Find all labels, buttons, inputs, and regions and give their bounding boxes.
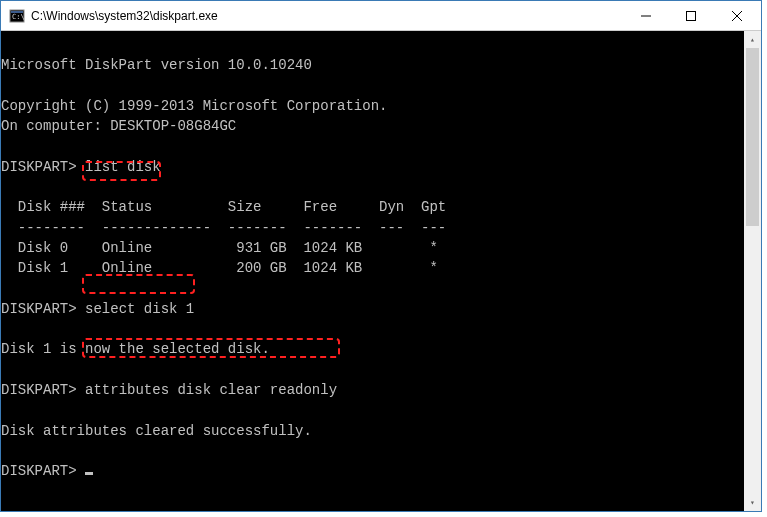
- table-divider: -------- ------------- ------- ------- -…: [1, 220, 446, 236]
- vertical-scrollbar[interactable]: ▴ ▾: [744, 31, 761, 511]
- app-window: C:\ C:\Windows\system32\diskpart.exe Mic…: [0, 0, 762, 512]
- table-header: Disk ### Status Size Free Dyn Gpt: [1, 199, 446, 215]
- command-list-disk: list disk: [85, 159, 161, 175]
- svg-text:C:\: C:\: [12, 13, 25, 21]
- copyright-line: Copyright (C) 1999-2013 Microsoft Corpor…: [1, 98, 387, 114]
- window-controls: [623, 1, 761, 30]
- terminal-output[interactable]: Microsoft DiskPart version 10.0.10240 Co…: [1, 31, 744, 511]
- prompt: DISKPART>: [1, 301, 77, 317]
- clear-result: Disk attributes cleared successfully.: [1, 423, 312, 439]
- table-row: Disk 1 Online 200 GB 1024 KB *: [1, 260, 438, 276]
- table-row: Disk 0 Online 931 GB 1024 KB *: [1, 240, 438, 256]
- prompt: DISKPART>: [1, 159, 77, 175]
- prompt: DISKPART>: [1, 382, 77, 398]
- close-button[interactable]: [713, 1, 761, 30]
- scroll-track[interactable]: [744, 48, 761, 494]
- scroll-thumb[interactable]: [746, 48, 759, 226]
- titlebar[interactable]: C:\ C:\Windows\system32\diskpart.exe: [1, 1, 761, 31]
- maximize-button[interactable]: [668, 1, 713, 30]
- command-select-disk: select disk 1: [85, 301, 194, 317]
- cursor: [85, 472, 93, 475]
- app-icon: C:\: [9, 8, 25, 24]
- svg-rect-4: [686, 11, 695, 20]
- blank-line: [1, 37, 9, 53]
- minimize-button[interactable]: [623, 1, 668, 30]
- scroll-down-arrow[interactable]: ▾: [744, 494, 761, 511]
- scroll-up-arrow[interactable]: ▴: [744, 31, 761, 48]
- window-title: C:\Windows\system32\diskpart.exe: [31, 9, 623, 23]
- terminal-area: Microsoft DiskPart version 10.0.10240 Co…: [1, 31, 761, 511]
- select-result: Disk 1 is now the selected disk.: [1, 341, 270, 357]
- prompt: DISKPART>: [1, 463, 77, 479]
- computer-line: On computer: DESKTOP-08G84GC: [1, 118, 236, 134]
- version-line: Microsoft DiskPart version 10.0.10240: [1, 57, 312, 73]
- command-attributes-clear: attributes disk clear readonly: [85, 382, 337, 398]
